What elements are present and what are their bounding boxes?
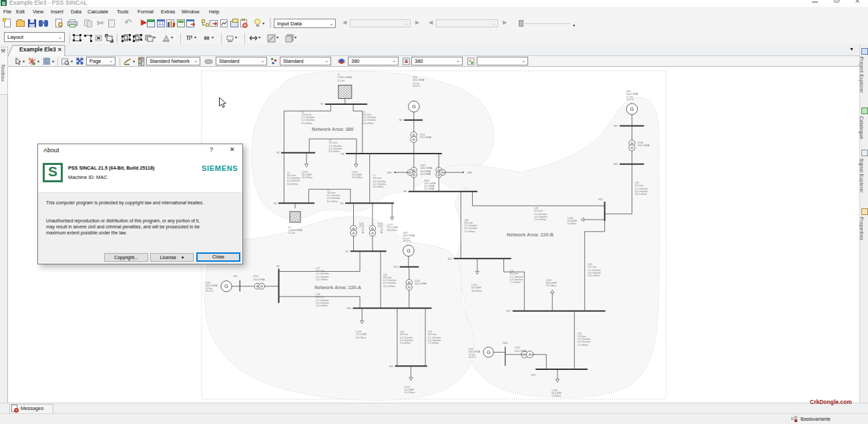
svg-text:15.0 nF/km: 15.0 nF/km [534, 218, 546, 221]
svg-text:15.0 Mvar: 15.0 Mvar [405, 391, 416, 394]
svg-text:8.0 nF/km: 8.0 nF/km [373, 186, 384, 188]
svg-text:8.0 nF/km: 8.0 nF/km [327, 200, 338, 203]
svg-text:N1: N1 [320, 103, 324, 105]
svg-text:75.0 Mvar: 75.0 Mvar [546, 284, 557, 287]
svg-text:8.0 nF/km: 8.0 nF/km [329, 150, 340, 153]
svg-text:7.0 nF/km: 7.0 nF/km [464, 230, 475, 233]
svg-text:N10: N10 [347, 307, 351, 310]
svg-text:20.0 %: 20.0 % [413, 85, 421, 87]
svg-text:16.0 nF/km: 16.0 nF/km [588, 274, 600, 277]
svg-text:N5: N5 [341, 202, 344, 205]
svg-text:N3: N3 [274, 202, 277, 205]
svg-text:N22: N22 [614, 163, 618, 166]
svg-text:45.0 Mvar: 45.0 Mvar [356, 337, 367, 339]
svg-text:N9: N9 [276, 265, 280, 268]
svg-text:0.1 pu: 0.1 pu [288, 232, 295, 234]
svg-text:G: G [630, 106, 634, 112]
svg-text:450.0 MVA: 450.0 MVA [361, 222, 364, 234]
svg-text:8.0 nF/km: 8.0 nF/km [363, 122, 374, 125]
svg-text:N19: N19 [531, 374, 535, 377]
svg-text:Network Area: 220-A: Network Area: 220-A [314, 284, 361, 290]
svg-text:N8: N8 [403, 190, 407, 193]
svg-text:15.0 nF/km: 15.0 nF/km [635, 193, 647, 196]
svg-text:20.0 %: 20.0 % [468, 356, 476, 359]
svg-text:25.0 Mvar: 25.0 Mvar [352, 176, 363, 179]
svg-text:N2: N2 [276, 152, 280, 154]
svg-text:Network Area: 380: Network Area: 380 [312, 126, 353, 132]
svg-text:20.0 %: 20.0 % [403, 240, 411, 242]
svg-text:N13: N13 [393, 266, 398, 268]
svg-text:N21: N21 [614, 125, 618, 128]
svg-text:N11: N11 [389, 365, 393, 368]
svg-text:N6: N6 [399, 119, 403, 122]
svg-text:G: G [224, 283, 228, 289]
svg-text:7.0 nF/km: 7.0 nF/km [578, 344, 588, 347]
svg-text:12.0 nF/km: 12.0 nF/km [383, 285, 395, 288]
svg-text:11.0 nF/km: 11.0 nF/km [316, 278, 328, 281]
svg-text:5.0 Mvar: 5.0 Mvar [568, 222, 578, 225]
svg-text:2716: 2716 [359, 222, 361, 228]
svg-text:5.0 Mvar: 5.0 Mvar [552, 395, 562, 397]
svg-text:20.0 %: 20.0 % [626, 98, 634, 101]
svg-text:550.0 MVA: 550.0 MVA [253, 278, 265, 281]
svg-text:N16: N16 [598, 198, 603, 201]
svg-text:N15: N15 [447, 258, 452, 260]
svg-text:20.0 Mvar: 20.0 Mvar [302, 176, 313, 179]
svg-text:7.0 nF/km: 7.0 nF/km [400, 342, 411, 345]
svg-text:550.0 MVA: 550.0 MVA [638, 144, 650, 147]
svg-text:N20: N20 [503, 342, 507, 345]
svg-text:20.0 Mvar: 20.0 Mvar [471, 290, 483, 292]
svg-text:450.0 MVA: 450.0 MVA [380, 222, 383, 234]
svg-text:N7: N7 [345, 250, 349, 253]
svg-text:0.1 pu: 0.1 pu [338, 79, 345, 82]
svg-text:N29: N29 [387, 172, 392, 174]
svg-text:7.0 nF/km: 7.0 nF/km [510, 281, 521, 284]
svg-text:G: G [487, 349, 491, 355]
svg-text:500.0 MVA: 500.0 MVA [415, 282, 427, 285]
svg-text:N17: N17 [506, 310, 511, 312]
svg-text:G: G [407, 248, 411, 254]
svg-text:550.0 MVA: 550.0 MVA [515, 350, 527, 353]
svg-text:N28: N28 [467, 172, 472, 174]
svg-text:50.0 MVA: 50.0 MVA [421, 173, 431, 176]
svg-text:N12: N12 [233, 275, 238, 278]
svg-text:11.0 nF/km: 11.0 nF/km [316, 304, 328, 307]
svg-text:8.0 nF/km: 8.0 nF/km [302, 122, 312, 125]
svg-text:N4: N4 [341, 153, 345, 156]
svg-text:8.0 nF/km: 8.0 nF/km [287, 183, 298, 186]
svg-text:725.0 MVA: 725.0 MVA [420, 136, 432, 139]
svg-text:7.0 nF/km: 7.0 nF/km [428, 342, 439, 345]
svg-text:20.0 %: 20.0 % [206, 290, 214, 292]
svg-text:50.0 MVA: 50.0 MVA [424, 188, 435, 190]
svg-text:45.0 Mvar: 45.0 Mvar [387, 229, 399, 232]
svg-text:Network Area: 220-B: Network Area: 220-B [507, 232, 554, 238]
svg-text:2756: 2756 [377, 222, 380, 228]
svg-text:G: G [412, 103, 416, 110]
